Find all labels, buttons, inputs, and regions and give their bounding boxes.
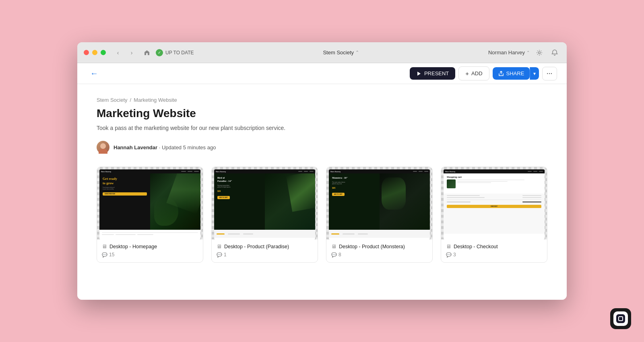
user-chevron-icon: ⌃ (526, 50, 530, 55)
user-name: Norman Harvey (488, 49, 525, 56)
share-icon (498, 71, 504, 76)
back-arrow-icon: ← (90, 69, 98, 78)
title-right: Norman Harvey ⌃ (488, 47, 560, 58)
page-title: Marketing Website (97, 107, 547, 120)
bell-icon (551, 49, 558, 56)
status-label: UP TO DATE (165, 50, 194, 56)
comment-icon: 💬 (217, 252, 222, 258)
back-nav-button[interactable]: ‹ (112, 47, 124, 58)
maximize-button[interactable] (101, 50, 106, 55)
card-thumbnail-paradise: Stem Society Bird ofParadise - 14" Stunn… (212, 167, 318, 239)
share-dropdown-button[interactable]: ▾ (530, 67, 539, 80)
browser-title: Stem Society (323, 49, 354, 56)
back-button[interactable]: ← (87, 67, 101, 80)
card-title-row: 🖥 Desktop - Checkout (446, 243, 542, 249)
card-info-homepage: 🖥 Desktop - Homepage 💬 15 (97, 239, 203, 262)
add-label: ADD (471, 70, 482, 76)
card-title-row: 🖥 Desktop - Product (Monstera) (331, 243, 427, 249)
breadcrumb: Stem Society / Marketing Website (97, 97, 547, 103)
share-label: SHARE (506, 70, 524, 76)
comments-row: 💬 1 (217, 252, 313, 258)
settings-button[interactable] (534, 47, 545, 58)
title-center: Stem Society ⌃ (194, 49, 488, 56)
breadcrumb-separator: / (130, 97, 132, 103)
nav-buttons: ‹ › (112, 47, 153, 58)
badge-inner (613, 311, 628, 326)
comment-count: 1 (224, 252, 227, 258)
app-badge (610, 308, 631, 329)
monitor-icon: 🖥 (217, 243, 222, 249)
dot-separator: · (159, 144, 162, 150)
badge-symbol (618, 316, 623, 321)
card-title-row: 🖥 Desktop - Product (Paradise) (217, 243, 313, 249)
comments-row: 💬 3 (446, 252, 542, 258)
badge-icon (616, 314, 625, 323)
monitor-icon: 🖥 (331, 243, 336, 249)
comments-row: 💬 8 (331, 252, 427, 258)
comment-icon: 💬 (102, 252, 107, 258)
ellipsis-icon: ··· (547, 70, 553, 77)
title-bar: ‹ › ✓ UP TO DATE Stem Society ⌃ Norman H… (77, 42, 567, 63)
card-title: Desktop - Homepage (109, 244, 157, 249)
card-title: Desktop - Checkout (454, 244, 498, 249)
card-info-checkout: 🖥 Desktop - Checkout 💬 3 (441, 239, 547, 262)
home-icon (144, 49, 150, 56)
card-monstera[interactable]: Stem Society Monstera - 10" The iconic s… (326, 167, 433, 263)
play-icon (416, 71, 422, 76)
forward-nav-button[interactable]: › (126, 47, 137, 58)
share-button-group: SHARE ▾ (493, 67, 539, 80)
user-menu[interactable]: Norman Harvey ⌃ (488, 49, 530, 56)
author-name: Hannah Lavendar (114, 144, 157, 150)
card-info-paradise: 🖥 Desktop - Product (Paradise) 💬 1 (212, 239, 318, 262)
close-button[interactable] (84, 50, 89, 55)
breadcrumb-parent[interactable]: Stem Society (97, 97, 128, 103)
monitor-icon: 🖥 (102, 243, 107, 249)
comment-icon: 💬 (331, 252, 337, 258)
card-title: Desktop - Product (Monstera) (339, 244, 405, 249)
card-title: Desktop - Product (Paradise) (224, 244, 289, 249)
check-icon: ✓ (156, 49, 163, 56)
settings-icon (536, 49, 543, 56)
card-info-monstera: 🖥 Desktop - Product (Monstera) 💬 8 (326, 239, 432, 262)
plus-icon: + (465, 70, 469, 77)
content-area: Stem Society / Marketing Website Marketi… (77, 84, 567, 300)
card-checkout[interactable]: Stem Society Shopping cart (441, 167, 547, 263)
svg-marker-1 (417, 72, 421, 76)
cards-grid: Stem Society Get readyto grow Fre (97, 167, 547, 263)
share-chevron-icon: ▾ (533, 71, 536, 76)
card-title-row: 🖥 Desktop - Homepage (102, 243, 198, 249)
more-options-button[interactable]: ··· (542, 67, 557, 80)
comment-count: 15 (109, 252, 114, 258)
present-button[interactable]: PRESENT (410, 67, 455, 80)
monitor-icon: 🖥 (446, 243, 451, 249)
traffic-lights (84, 50, 106, 55)
notifications-button[interactable] (549, 47, 560, 58)
minimize-button[interactable] (92, 50, 97, 55)
add-button[interactable]: + ADD (458, 66, 489, 80)
breadcrumb-current: Marketing Website (134, 97, 177, 103)
card-thumbnail-homepage: Stem Society Get readyto grow Fre (97, 167, 203, 239)
avatar (97, 141, 109, 154)
home-button[interactable] (141, 47, 153, 58)
page-description: Took a pass at the marketing website for… (97, 125, 547, 131)
share-button[interactable]: SHARE (493, 67, 530, 80)
author-info: Hannah Lavendar · Updated 5 minutes ago (114, 144, 216, 150)
browser-window: ‹ › ✓ UP TO DATE Stem Society ⌃ Norman H… (77, 42, 567, 300)
card-thumbnail-checkout: Stem Society Shopping cart (441, 167, 547, 239)
svg-point-0 (539, 52, 541, 54)
chevron-down-icon: ⌃ (355, 50, 359, 55)
card-homepage[interactable]: Stem Society Get readyto grow Fre (97, 167, 203, 263)
toolbar: ← PRESENT + ADD SHARE (77, 63, 567, 84)
comment-icon: 💬 (446, 252, 452, 258)
updated-time: Updated 5 minutes ago (162, 144, 216, 150)
toolbar-actions: PRESENT + ADD SHARE ▾ ··· (410, 66, 557, 80)
card-paradise[interactable]: Stem Society Bird ofParadise - 14" Stunn… (211, 167, 318, 263)
author-row: Hannah Lavendar · Updated 5 minutes ago (97, 141, 547, 154)
card-thumbnail-monstera: Stem Society Monstera - 10" The iconic s… (326, 167, 432, 239)
comment-count: 8 (339, 252, 341, 258)
comment-count: 3 (453, 252, 456, 258)
comments-row: 💬 15 (102, 252, 198, 258)
present-label: PRESENT (424, 70, 449, 76)
status-badge: ✓ UP TO DATE (156, 49, 194, 56)
